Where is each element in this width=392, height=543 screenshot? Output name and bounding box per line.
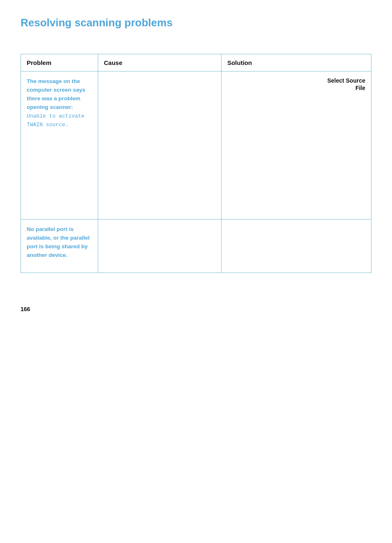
solution-select-source: Select Source	[327, 77, 365, 84]
problem-cell-1: The message on the computer screen says …	[21, 72, 98, 220]
table-row: No parallel port is available, or the pa…	[21, 220, 371, 273]
table-row: The message on the computer screen says …	[21, 72, 371, 220]
col-header-problem: Problem	[21, 54, 98, 72]
problem-cell-2: No parallel port is available, or the pa…	[21, 220, 98, 273]
cause-cell-2	[98, 220, 221, 273]
page-title: Resolving scanning problems	[21, 16, 371, 29]
problem-text-bold-1: The message on the computer screen says …	[27, 78, 85, 110]
solution-cell-2	[221, 220, 371, 273]
problem-text-bold-2: No parallel port is available, or the pa…	[27, 226, 90, 258]
col-header-cause: Cause	[98, 54, 221, 72]
col-header-solution: Solution	[221, 54, 371, 72]
problems-table: Problem Cause Solution The message on th…	[21, 54, 371, 273]
problem-text-mono-1: Unable to activate TWAIN source.	[27, 113, 84, 128]
solution-cell-1: Select Source File	[221, 72, 371, 220]
cause-cell-1	[98, 72, 221, 220]
page-number: 166	[21, 306, 371, 312]
solution-file: File	[355, 85, 365, 91]
